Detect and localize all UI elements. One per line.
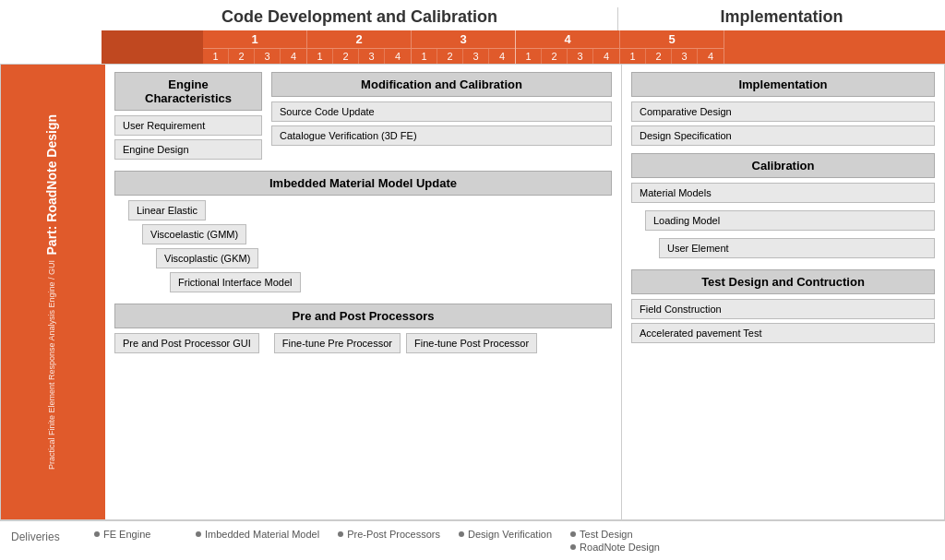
delivery-text: FE Engine bbox=[103, 529, 150, 540]
left-label-title: Part: RoadNote Design bbox=[44, 114, 59, 255]
code-dev-section-header: Code Development and Calibration bbox=[102, 7, 618, 30]
phase-sub-2-3: 3 bbox=[359, 49, 385, 64]
left-label-inner: Part: RoadNote Design Practical Finite E… bbox=[44, 114, 59, 471]
engine-char-header: Engine Characteristics bbox=[114, 72, 262, 111]
delivery-item: Imbedded Material Model bbox=[196, 529, 319, 540]
top-headers: Code Development and Calibration Impleme… bbox=[102, 0, 945, 30]
delivery-text: Design Verification bbox=[468, 529, 552, 540]
delivery-group-1: Imbedded Material Model bbox=[196, 529, 319, 553]
delivery-text: Imbedded Material Model bbox=[205, 529, 319, 540]
calibration-header: Calibration bbox=[631, 153, 935, 178]
mod-calib-block: Modification and Calibration Source Code… bbox=[271, 72, 612, 163]
phase-number-2: 2 bbox=[307, 30, 411, 49]
test-design-block: Test Design and Contruction Field Constr… bbox=[631, 269, 935, 343]
impl-header: Implementation bbox=[631, 72, 935, 97]
phase-sub-5-1: 1 bbox=[620, 49, 646, 64]
fine-tune-pre-item: Fine-tune Pre Processor bbox=[274, 333, 401, 353]
bullet-icon bbox=[459, 531, 464, 537]
fine-tune-post-item: Fine-tune Post Processor bbox=[406, 333, 537, 353]
bullet-icon bbox=[196, 531, 201, 537]
phase-sub-5-3: 3 bbox=[672, 49, 698, 64]
implementation-title: Implementation bbox=[720, 7, 843, 26]
phase-number-5: 5 bbox=[620, 30, 724, 49]
material-models-item: Material Models bbox=[631, 183, 935, 203]
prepost-header: Pre and Post Processors bbox=[114, 304, 612, 328]
delivery-group-3: Design Verification bbox=[459, 529, 552, 553]
top-row-content: Engine Characteristics User Requirement … bbox=[114, 72, 612, 163]
content-right: Engine Characteristics User Requirement … bbox=[102, 65, 944, 519]
accelerated-pavement-item: Accelerated pavement Test bbox=[631, 323, 935, 343]
material-model-block: Imbedded Material Model Update Linear El… bbox=[114, 171, 612, 296]
phase-sub-4-2: 2 bbox=[542, 49, 568, 64]
material-model-header: Imbedded Material Model Update bbox=[114, 171, 612, 196]
delivery-text: Pre-Post Processors bbox=[347, 529, 440, 540]
user-element-item: User Element bbox=[659, 238, 935, 258]
phase-number-4: 4 bbox=[516, 30, 619, 49]
phase-number-1: 1 bbox=[203, 30, 306, 49]
test-design-header: Test Design and Contruction bbox=[631, 269, 935, 294]
delivery-groups: FE EngineImbedded Material ModelPre-Post… bbox=[94, 529, 678, 553]
phase-sub-4-1: 1 bbox=[516, 49, 542, 64]
phase-sub-1-2: 2 bbox=[229, 49, 255, 64]
left-label-subtitle: Practical Finite Element Response Analys… bbox=[47, 260, 56, 470]
phase-sub-5-2: 2 bbox=[646, 49, 672, 64]
phase-sub-1-1: 1 bbox=[203, 49, 229, 64]
frictional-item: Frictional Interface Model bbox=[170, 272, 301, 292]
phase-group-5: 51234 bbox=[620, 30, 724, 64]
phase-sub-2-1: 1 bbox=[307, 49, 333, 64]
prepost-items: Pre and Post Processor GUI Fine-tune Pre… bbox=[114, 333, 612, 361]
source-code-item: Source Code Update bbox=[271, 101, 612, 122]
main-container: Code Development and Calibration Impleme… bbox=[0, 0, 945, 560]
viscoplastic-item: Viscoplastic (GKM) bbox=[156, 248, 258, 268]
phase-group-3: 31234 bbox=[412, 30, 516, 64]
phase-number-3: 3 bbox=[412, 30, 515, 49]
phase-group-1: 11234 bbox=[203, 30, 307, 64]
delivery-group-4: Test DesignRoadNote Design bbox=[570, 529, 660, 553]
catalogue-item: Catalogue Verification (3D FE) bbox=[271, 125, 612, 146]
delivery-item: Test Design bbox=[570, 529, 660, 540]
phase-sub-4-4: 4 bbox=[593, 49, 619, 64]
phase-sub-3-2: 2 bbox=[437, 49, 463, 64]
bullet-icon bbox=[570, 544, 576, 550]
phase-row: 1123421234312344123451234 bbox=[102, 30, 945, 64]
phase-sub-4-3: 3 bbox=[568, 49, 593, 64]
user-req-item: User Requirement bbox=[114, 115, 262, 136]
phase-sub-3-1: 1 bbox=[412, 49, 437, 64]
field-construction-item: Field Construction bbox=[631, 299, 935, 319]
code-dev-content: Engine Characteristics User Requirement … bbox=[105, 65, 622, 519]
delivery-group-2: Pre-Post Processors bbox=[338, 529, 440, 553]
content-area: Part: RoadNote Design Practical Finite E… bbox=[0, 64, 945, 520]
impl-top-block: Implementation Comparative Design Design… bbox=[631, 72, 935, 146]
delivery-item: Design Verification bbox=[459, 529, 552, 540]
phase-group-2: 21234 bbox=[307, 30, 412, 64]
delivery-item: FE Engine bbox=[94, 529, 177, 540]
impl-items: Comparative Design Design Specification bbox=[631, 101, 935, 146]
comparative-design-item: Comparative Design bbox=[631, 101, 935, 122]
material-model-items: Linear Elastic Viscoelastic (GMM) Viscop… bbox=[114, 200, 612, 296]
mod-calib-header: Modification and Calibration bbox=[271, 72, 612, 97]
test-items: Field Construction Accelerated pavement … bbox=[631, 299, 935, 343]
bullet-icon bbox=[94, 531, 100, 537]
engine-design-item: Engine Design bbox=[114, 139, 262, 160]
calibration-block: Calibration Material Models Loading Mode… bbox=[631, 153, 935, 262]
viscoelastic-item: Viscoelastic (GMM) bbox=[142, 224, 246, 244]
phase-sub-1-4: 4 bbox=[281, 49, 306, 64]
deliveries-label: Deliveries bbox=[11, 529, 76, 543]
delivery-item: Pre-Post Processors bbox=[338, 529, 440, 540]
prepost-gui-item: Pre and Post Processor GUI bbox=[114, 333, 259, 353]
phase-group-4: 41234 bbox=[516, 30, 620, 64]
linear-elastic-item: Linear Elastic bbox=[128, 200, 206, 220]
phase-sub-3-3: 3 bbox=[463, 49, 489, 64]
implementation-content: Implementation Comparative Design Design… bbox=[622, 65, 944, 519]
phase-sub-2-4: 4 bbox=[385, 49, 411, 64]
implementation-section-header: Implementation bbox=[618, 7, 945, 30]
design-spec-item: Design Specification bbox=[631, 125, 935, 146]
code-dev-title: Code Development and Calibration bbox=[221, 7, 497, 26]
phase-sub-1-3: 3 bbox=[255, 49, 281, 64]
prepost-block: Pre and Post Processors Pre and Post Pro… bbox=[114, 304, 612, 361]
engine-char-block: Engine Characteristics User Requirement … bbox=[114, 72, 262, 163]
bullet-icon bbox=[570, 531, 576, 537]
delivery-text: Test Design bbox=[580, 529, 632, 540]
delivery-text: RoadNote Design bbox=[580, 542, 660, 553]
bullet-icon bbox=[338, 531, 343, 537]
